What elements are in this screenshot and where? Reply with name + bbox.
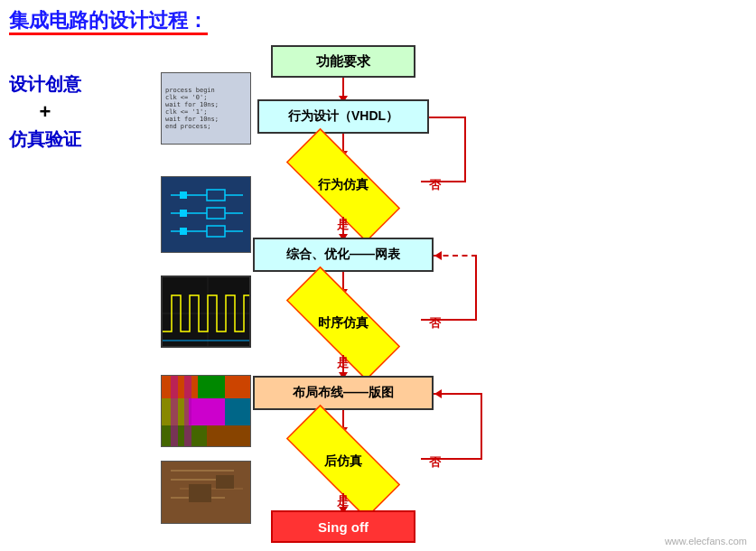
signoff-box: Sing off	[271, 510, 415, 543]
svg-rect-10	[180, 210, 187, 217]
arrow-no2-arrow	[434, 251, 442, 260]
page-title: 集成电路的设计过程：	[9, 7, 208, 34]
svg-rect-17	[225, 376, 251, 398]
behavior-sim-no: 否	[429, 177, 441, 193]
arrow-no1-h2	[429, 117, 466, 118]
watermark: www.elecfans.com	[665, 536, 747, 546]
thumb-schematic	[161, 176, 251, 253]
thumb-oscilloscope	[161, 276, 251, 348]
timing-sim-no: 否	[429, 315, 441, 332]
layout-box: 布局布线——版图	[253, 376, 434, 410]
arrow-no2-v	[475, 255, 477, 321]
svg-rect-23	[171, 376, 178, 447]
svg-rect-11	[180, 228, 187, 235]
svg-rect-31	[216, 475, 234, 489]
svg-rect-4	[207, 208, 225, 219]
arrow-no1-v	[464, 117, 466, 182]
thumb-code: process begin clk <= '0'; wait for 10ns;…	[161, 72, 251, 145]
behavior-sim-diamond: 行为仿真	[266, 154, 420, 217]
post-sim-no: 否	[429, 454, 441, 471]
header-underline	[9, 33, 208, 35]
svg-rect-9	[180, 191, 187, 199]
arrow-no3-h	[421, 458, 482, 460]
verify-label: 仿真验证	[9, 127, 81, 152]
func-req-box: 功能要求	[271, 45, 415, 78]
svg-rect-16	[198, 376, 225, 398]
timing-sim-diamond: 时序仿真	[266, 292, 420, 355]
svg-rect-22	[207, 425, 251, 447]
svg-rect-30	[189, 484, 211, 502]
svg-rect-1	[207, 190, 225, 201]
plus-label: +	[40, 100, 51, 124]
design-label: 设计创意	[9, 72, 81, 97]
arrow-no3-v	[481, 393, 482, 460]
arrow-no3-arrow	[434, 389, 442, 398]
svg-rect-20	[225, 398, 251, 425]
post-sim-diamond: 后仿真	[266, 430, 420, 493]
svg-rect-7	[207, 226, 225, 237]
behavior-design-box: 行为设计（VHDL）	[257, 99, 429, 134]
arrow-no1-h	[421, 181, 466, 182]
synthesis-box: 综合、优化——网表	[253, 238, 434, 272]
svg-rect-24	[184, 376, 191, 447]
left-labels: 设计创意 + 仿真验证	[9, 72, 81, 152]
arrow-no2-h	[421, 319, 477, 321]
thumb-layout	[161, 375, 251, 447]
svg-rect-15	[162, 376, 198, 398]
svg-rect-19	[189, 398, 225, 425]
thumb-chip	[161, 461, 251, 524]
